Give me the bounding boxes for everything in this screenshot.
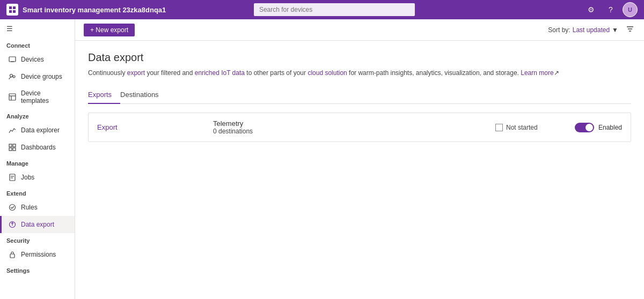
sidebar-item-data-explorer-label: Data explorer xyxy=(21,126,60,134)
dashboard-icon xyxy=(8,143,17,152)
templates-icon xyxy=(8,93,17,101)
sidebar-item-rules-label: Rules xyxy=(21,204,38,211)
device-icon xyxy=(8,55,17,64)
svg-line-20 xyxy=(12,206,14,208)
sidebar-item-permissions[interactable]: Permissions xyxy=(0,246,75,263)
sidebar-item-jobs[interactable]: Jobs xyxy=(0,169,75,186)
filter-icon-button[interactable] xyxy=(625,24,635,36)
svg-rect-8 xyxy=(9,94,16,100)
export-name-link[interactable]: Export xyxy=(97,123,204,131)
jobs-icon xyxy=(8,173,17,182)
logo-icon xyxy=(6,4,18,16)
section-connect: Connect xyxy=(0,38,75,51)
export-icon xyxy=(8,220,17,229)
page-description: Continuously export your filtered and en… xyxy=(88,68,631,78)
help-icon-button[interactable]: ? xyxy=(603,2,618,17)
tab-destinations[interactable]: Destinations xyxy=(120,86,167,104)
tab-exports[interactable]: Exports xyxy=(88,86,120,104)
main-content: Data export Continuously export your fil… xyxy=(75,41,644,299)
svg-rect-2 xyxy=(9,10,12,13)
section-analyze: Analyze xyxy=(0,109,75,122)
status-checkbox[interactable] xyxy=(495,124,503,131)
tabs-container: Exports Destinations xyxy=(88,86,631,104)
sidebar-item-data-explorer[interactable]: Data explorer xyxy=(0,122,75,139)
topnav-icons: ⚙ ? U xyxy=(584,2,638,17)
groups-icon xyxy=(8,72,17,81)
enriched-link[interactable]: enriched IoT data xyxy=(195,69,245,77)
search-input[interactable] xyxy=(254,3,415,16)
main-toolbar: + New export Sort by: Last updated ▼ xyxy=(75,19,644,41)
svg-rect-23 xyxy=(10,254,14,258)
sort-prefix: Sort by: xyxy=(548,26,570,34)
app-logo: Smart inventory management 23zka8dnqa1 xyxy=(6,4,166,16)
sidebar-item-jobs-label: Jobs xyxy=(21,174,34,181)
cloud-link[interactable]: cloud solution xyxy=(308,69,347,77)
export-link[interactable]: export xyxy=(127,69,145,77)
settings-icon-button[interactable]: ⚙ xyxy=(584,2,599,17)
search-container xyxy=(254,3,415,16)
permissions-icon xyxy=(8,250,17,259)
sort-value[interactable]: Last updated xyxy=(573,26,610,34)
sidebar-item-device-groups[interactable]: Device groups xyxy=(0,68,75,85)
status-text: Not started xyxy=(506,124,538,131)
svg-rect-12 xyxy=(13,144,16,147)
sidebar-item-devices-label: Devices xyxy=(21,56,44,63)
section-extend: Extend xyxy=(0,186,75,199)
svg-rect-0 xyxy=(9,6,12,9)
section-settings: Settings xyxy=(0,263,75,276)
sidebar-item-data-export[interactable]: Data export xyxy=(0,216,75,233)
sort-label: Sort by: Last updated ▼ xyxy=(548,26,618,34)
svg-rect-14 xyxy=(13,148,16,151)
page-title: Data export xyxy=(88,51,631,64)
sidebar: ☰ Connect Devices Device groups Device t… xyxy=(0,19,75,299)
main-panel: + New export Sort by: Last updated ▼ Dat… xyxy=(75,19,644,299)
sidebar-item-device-templates[interactable]: Device templates xyxy=(0,85,75,109)
export-meta: Telemetry 0 destinations xyxy=(213,119,487,135)
section-manage: Manage xyxy=(0,156,75,169)
app-body: ☰ Connect Devices Device groups Device t… xyxy=(0,19,644,299)
sidebar-item-device-groups-label: Device groups xyxy=(21,73,62,80)
toggle-label: Enabled xyxy=(598,124,622,131)
svg-rect-1 xyxy=(13,6,16,9)
svg-rect-13 xyxy=(9,148,12,151)
export-card: Export Telemetry 0 destinations Not star… xyxy=(88,113,631,142)
app-title: Smart inventory management 23zka8dnqa1 xyxy=(23,6,166,14)
new-export-button[interactable]: + New export xyxy=(84,24,135,36)
sidebar-item-rules[interactable]: Rules xyxy=(0,199,75,216)
chart-icon xyxy=(8,126,17,134)
export-status: Not started xyxy=(495,124,560,131)
rules-icon xyxy=(8,203,17,212)
sidebar-item-permissions-label: Permissions xyxy=(21,251,56,258)
account-avatar[interactable]: U xyxy=(623,2,638,17)
sidebar-item-devices[interactable]: Devices xyxy=(0,51,75,68)
svg-point-18 xyxy=(10,205,16,211)
section-security: Security xyxy=(0,233,75,246)
topnav: Smart inventory management 23zka8dnqa1 ⚙… xyxy=(0,0,644,19)
learn-more-link[interactable]: Learn more xyxy=(521,69,553,77)
toggle-thumb xyxy=(586,124,593,131)
export-toggle: Enabled xyxy=(568,123,622,132)
hamburger-menu[interactable]: ☰ xyxy=(0,19,75,38)
svg-rect-4 xyxy=(9,57,16,62)
svg-point-6 xyxy=(10,74,13,77)
sidebar-item-dashboards-label: Dashboards xyxy=(21,144,56,151)
export-destinations: 0 destinations xyxy=(213,128,487,135)
export-type: Telemetry xyxy=(213,119,487,128)
svg-line-19 xyxy=(11,207,12,208)
sidebar-item-device-templates-label: Device templates xyxy=(21,89,68,104)
toggle-switch[interactable] xyxy=(575,123,594,132)
sort-chevron-icon[interactable]: ▼ xyxy=(612,26,618,34)
svg-rect-3 xyxy=(13,10,16,13)
sidebar-item-dashboards[interactable]: Dashboards xyxy=(0,139,75,156)
svg-rect-15 xyxy=(10,174,15,181)
svg-rect-11 xyxy=(9,144,12,147)
sidebar-item-data-export-label: Data export xyxy=(21,221,54,228)
svg-point-7 xyxy=(13,76,15,78)
